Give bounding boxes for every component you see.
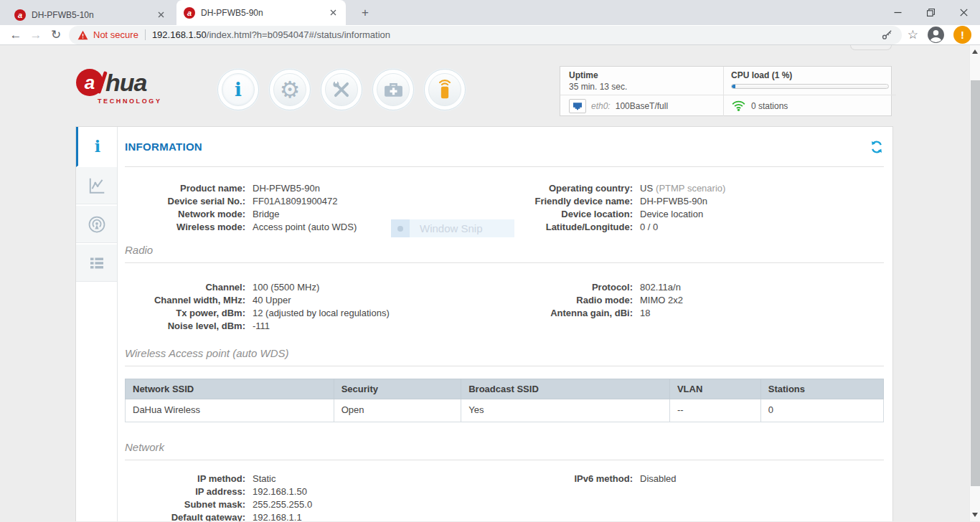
device-webui-page: a hua TECHNOLOGY i ⚙	[0, 45, 980, 521]
not-secure-label[interactable]: Not secure	[93, 29, 138, 40]
tab-title: DH-PFWB5-10n	[32, 10, 155, 20]
broadcast-icon	[87, 214, 107, 234]
field-label: IPv6 method:	[505, 473, 633, 485]
field-label: Device location:	[505, 208, 633, 221]
snip-label: Window Snip	[420, 222, 483, 234]
nav-settings-button[interactable]: ⚙	[269, 69, 311, 110]
sidebar-item-wireless[interactable]	[76, 206, 117, 245]
field-value: DH-PFWB5-90n	[253, 182, 320, 195]
wap-section-heading: Wireless Access point (auto WDS)	[125, 347, 884, 366]
field-value: 192.168.1.1	[253, 511, 302, 521]
field-value: 192.168.1.50	[253, 485, 307, 498]
eth-link-speed: 100BaseT/full	[616, 101, 668, 111]
field-value: Device location	[640, 208, 703, 221]
password-key-icon[interactable]	[881, 29, 893, 41]
browser-tab-2[interactable]: a DH-PFWB5-90n	[176, 0, 346, 25]
new-tab-button[interactable]: +	[356, 5, 374, 21]
uptime-cell: Uptime 35 min. 13 sec.	[560, 67, 723, 95]
field-value: Static	[253, 473, 276, 485]
page-scrollbar[interactable]	[969, 45, 980, 521]
field-label: Latitude/Longitude:	[505, 221, 633, 234]
field-label: Channel width, MHz:	[125, 294, 245, 307]
field-value: Access point (auto WDS)	[253, 221, 357, 234]
field-value: 0 / 0	[640, 221, 658, 234]
radio-section-heading: Radio	[125, 244, 884, 263]
eth-interface-name: eth0:	[591, 101, 611, 111]
cpu-load-bar	[731, 84, 889, 89]
field-label: Protocol:	[505, 281, 633, 294]
sidebar-item-statistics[interactable]	[76, 167, 117, 206]
stations-count: 0 stations	[751, 101, 788, 111]
nav-information-button[interactable]: i	[217, 69, 259, 110]
table-header-cell: VLAN	[669, 379, 760, 399]
dahua-logo-text: hua	[105, 70, 146, 95]
tab-close-icon[interactable]	[155, 9, 166, 21]
ethernet-status-cell: eth0: 100BaseT/full	[560, 95, 723, 116]
field-value: DH-PFWB5-90n	[640, 195, 707, 208]
cpu-load-label: CPU load (1 %)	[731, 70, 889, 80]
field-label: Operating country:	[505, 182, 633, 195]
table-cell: 0	[760, 399, 883, 422]
forward-button[interactable]: →	[26, 27, 46, 44]
field-value: 40 Upper	[253, 294, 291, 307]
minimize-button[interactable]	[881, 0, 914, 25]
chrome-update-icon[interactable]: !	[953, 26, 971, 44]
table-cell: Yes	[461, 399, 670, 422]
field-label: Product name:	[125, 182, 245, 195]
scroll-up-icon[interactable]	[972, 49, 978, 54]
nav-maintenance-button[interactable]	[372, 69, 414, 110]
tab-title: DH-PFWB5-90n	[201, 8, 327, 18]
browser-toolbar: ← → ↻ Not secure 192.168.1.50 /index.htm…	[0, 25, 980, 45]
profile-avatar-icon[interactable]	[927, 26, 945, 44]
info-icon: i	[235, 80, 242, 99]
scrollbar-thumb[interactable]	[971, 80, 980, 486]
collapsed-panel-handle[interactable]	[850, 45, 892, 50]
field-label: IP address:	[125, 485, 245, 498]
field-value: US	[640, 182, 653, 195]
device-status-panel: Uptime 35 min. 13 sec. CPU load (1 %) et…	[560, 66, 892, 116]
gear-icon: ⚙	[280, 78, 301, 101]
window-snip-overlay: Window Snip	[391, 219, 514, 237]
field-label: Device serial No.:	[125, 195, 245, 208]
ethernet-icon	[569, 99, 586, 113]
sidebar: i	[76, 127, 118, 521]
browser-tab-1[interactable]: a DH-PFWB5-10n	[7, 4, 174, 25]
scroll-down-icon[interactable]	[972, 513, 978, 517]
content-card: i	[75, 126, 893, 521]
wireless-device-icon	[435, 79, 454, 100]
dahua-favicon-icon: a	[184, 7, 195, 19]
field-label: Friendly device name:	[505, 195, 633, 208]
refresh-button[interactable]	[870, 140, 884, 154]
network-fields: IP method:Static IP address:192.168.1.50…	[125, 460, 884, 521]
nav-wireless-device-button[interactable]	[424, 69, 466, 110]
chart-icon	[88, 176, 106, 195]
close-window-button[interactable]	[947, 0, 980, 25]
tab-close-icon[interactable]	[327, 7, 339, 19]
restore-button[interactable]	[914, 0, 947, 25]
table-header-cell: Stations	[760, 379, 883, 399]
info-icon: i	[95, 138, 100, 154]
nav-tools-button[interactable]	[321, 69, 362, 110]
cpu-load-cell: CPU load (1 %)	[723, 67, 896, 95]
sidebar-item-services[interactable]	[76, 245, 117, 283]
field-label: Antenna gain, dBi:	[505, 307, 633, 320]
table-header-cell: Network SSID	[126, 379, 334, 399]
main-content: INFORMATION Product name:DH-PFWB5-90n De…	[118, 127, 892, 521]
table-cell: Open	[334, 399, 461, 422]
wifi-icon	[731, 100, 746, 112]
table-header-cell: Security	[334, 379, 461, 399]
list-icon	[88, 255, 105, 272]
bookmark-star-icon[interactable]: ☆	[908, 27, 918, 42]
back-button[interactable]: ←	[6, 27, 26, 44]
dahua-favicon-icon: a	[14, 9, 26, 21]
field-value: FF01A18091900472	[253, 195, 338, 208]
sidebar-item-information[interactable]: i	[76, 127, 117, 167]
field-label: Radio mode:	[505, 294, 633, 307]
field-value: 18	[640, 307, 650, 320]
field-value: 802.11a/n	[640, 281, 681, 294]
wap-table: Network SSID Security Broadcast SSID VLA…	[125, 379, 884, 422]
reload-button[interactable]: ↻	[46, 27, 66, 44]
toolbox-icon	[383, 80, 404, 99]
page-title: INFORMATION	[125, 141, 202, 153]
address-bar[interactable]: Not secure 192.168.1.50 /index.html?h=b0…	[69, 26, 902, 44]
